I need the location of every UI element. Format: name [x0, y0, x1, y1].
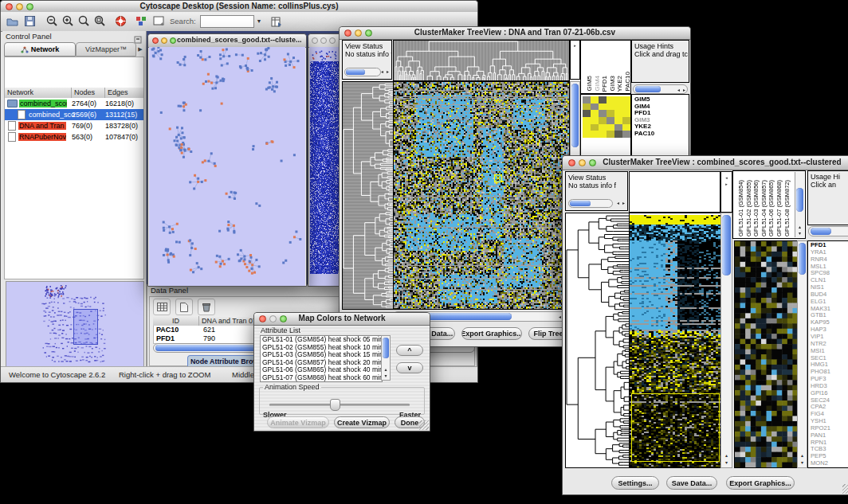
column-label[interactable]: GIM5	[586, 76, 593, 92]
treeview-dna-titlebar[interactable]: ClusterMaker TreeView : DNA and Tran 07-…	[340, 27, 690, 40]
network2-titlebar[interactable]	[308, 34, 342, 48]
save-icon[interactable]	[22, 14, 37, 29]
import-table-icon[interactable]	[269, 14, 285, 29]
network-overview-canvas[interactable]	[6, 281, 144, 367]
slider-thumb[interactable]	[330, 399, 340, 411]
zoom-window-icon[interactable]	[170, 37, 176, 44]
scrollbar-thumb[interactable]	[796, 188, 803, 212]
scrollbar-thumb[interactable]	[799, 243, 806, 275]
export-graphics-button[interactable]: Export Graphics...	[726, 476, 795, 490]
tab-network[interactable]: Network	[4, 42, 76, 57]
search-input[interactable]	[200, 15, 254, 28]
scroll-down-icon[interactable]: ▾	[798, 460, 807, 465]
scroll-down-icon[interactable]: ▾	[721, 460, 732, 465]
column-header-id[interactable]: ID	[153, 316, 199, 326]
scrollbar-thumb[interactable]	[571, 84, 579, 147]
close-icon[interactable]	[568, 159, 575, 166]
usage-hints-hscrollbar[interactable]	[808, 226, 848, 236]
network-list-row[interactable]: RNAPuberNov2+563(0)107847(0)	[5, 131, 143, 143]
row-dendrogram-canvas[interactable]	[565, 213, 630, 468]
view-status-hscrollbar[interactable]	[568, 199, 613, 208]
scroll-right-icon[interactable]: ▸	[622, 198, 625, 208]
attribute-list-vscrollbar[interactable]: ▴ ▾	[381, 335, 391, 381]
scroll-left-icon[interactable]: ◂	[617, 198, 619, 208]
column-label[interactable]: GPL51-03 (GSM856)	[752, 180, 760, 236]
column-header-nodes[interactable]: Nodes	[72, 88, 105, 98]
network1-titlebar[interactable]: combined_scores_good.txt--cluste...	[148, 34, 306, 48]
zoom-selected-icon[interactable]	[92, 14, 108, 29]
network-list-row[interactable]: DNA and Tran 07769(0)183728(0)	[5, 120, 143, 131]
tab-overflow-button[interactable]: ▶	[136, 44, 144, 55]
network-list-row[interactable]: combined_sco2569(6)13112(15)	[5, 109, 143, 120]
move-up-button[interactable]: ^	[396, 345, 423, 356]
row-dendrogram-canvas[interactable]	[342, 81, 394, 310]
scroll-left-icon[interactable]: ◂	[721, 175, 732, 180]
column-label[interactable]: YKE2	[616, 76, 623, 92]
tab-vizmapper[interactable]: VizMapper™	[76, 42, 136, 57]
zoom-fit-icon[interactable]	[76, 14, 92, 29]
scroll-right-icon[interactable]: ▸	[387, 67, 389, 76]
new-document-icon[interactable]	[175, 299, 193, 315]
scrollbar-thumb[interactable]	[635, 86, 661, 92]
minimize-icon[interactable]	[320, 37, 327, 44]
scroll-up-icon[interactable]: ▴	[795, 225, 804, 229]
column-header-network[interactable]: Network	[5, 88, 72, 98]
heatmap-canvas[interactable]	[393, 81, 570, 310]
column-label[interactable]: PFD1	[601, 76, 608, 92]
scrollbar-thumb[interactable]	[722, 215, 731, 275]
column-label[interactable]: GPL51-07 (GSM868)	[775, 180, 783, 236]
open-file-icon[interactable]	[4, 14, 20, 29]
main-titlebar[interactable]: Cytoscape Desktop (Session Name: collins…	[1, 1, 477, 13]
heatmap-canvas[interactable]	[629, 213, 722, 468]
network-view-canvas-2[interactable]	[309, 47, 341, 286]
minimize-icon[interactable]	[161, 37, 167, 44]
view-status-hscrollbar[interactable]	[344, 68, 381, 76]
network-list-row[interactable]: combined_scores2764(0)16218(0)	[5, 98, 143, 109]
zoom-heatmap-canvas[interactable]	[734, 240, 799, 468]
export-graphics-button[interactable]: Export Graphics...	[461, 327, 522, 340]
usage-hints-hscrollbar[interactable]: ◂ ▸	[633, 84, 688, 94]
zoom-vscrollbar[interactable]: ▴ ▾	[797, 240, 807, 468]
resize-grip[interactable]	[419, 420, 429, 430]
annotation-icon[interactable]	[151, 14, 167, 29]
attribute-list-item[interactable]: GPL51-07 (GSM868) heat shock 60 min	[261, 374, 382, 382]
column-dendrogram-canvas[interactable]	[393, 40, 570, 81]
zoom-out-icon[interactable]	[44, 14, 60, 29]
scroll-up-icon[interactable]: ▴	[798, 453, 807, 458]
scrollbar-thumb[interactable]	[383, 338, 389, 358]
scrollbar-thumb[interactable]	[811, 228, 831, 235]
move-down-button[interactable]: v	[396, 362, 423, 373]
help-lifering-icon[interactable]	[112, 14, 128, 29]
close-icon[interactable]	[312, 37, 318, 44]
close-icon[interactable]	[152, 37, 159, 44]
column-labels-vscrollbar[interactable]: ▴ ▾	[795, 172, 804, 237]
column-label[interactable]: PAC10	[624, 72, 631, 92]
scrollbar-thumb[interactable]	[570, 201, 591, 206]
settings-button[interactable]: Settings...	[611, 476, 659, 490]
scroll-right-icon[interactable]: ▸	[571, 43, 579, 48]
column-label[interactable]: GPL51-06 (GSM865)	[768, 180, 775, 236]
scroll-left-icon[interactable]: ◂	[381, 67, 383, 76]
zoom-in-icon[interactable]	[60, 14, 76, 29]
network-view-canvas[interactable]	[149, 47, 305, 286]
animate-vizmap-button[interactable]: Animate Vizmap	[267, 416, 329, 428]
gene-label[interactable]: MON2	[808, 460, 848, 467]
scrollbar-thumb[interactable]	[346, 69, 365, 75]
delete-trash-icon[interactable]	[198, 299, 215, 315]
column-label[interactable]: GIM4	[594, 76, 601, 92]
scroll-down-icon[interactable]: ▾	[382, 373, 390, 378]
table-grid-icon[interactable]	[153, 299, 171, 315]
column-label[interactable]: GPL51-02 (GSM855)	[745, 180, 752, 236]
scroll-right-icon[interactable]: ▸	[721, 182, 732, 186]
chevron-down-icon[interactable]: ▼	[254, 15, 264, 28]
column-label[interactable]: GPL51-04 (GSM857)	[760, 180, 768, 236]
save-data-button[interactable]: Save Data...	[666, 476, 717, 490]
treeview-combined-titlebar[interactable]: ClusterMaker TreeView : combined_scores_…	[563, 156, 848, 170]
column-label[interactable]: GPL51-01 (GSM854)	[737, 180, 744, 236]
minimize-icon[interactable]	[579, 159, 586, 166]
node-appearance-icon[interactable]	[133, 14, 149, 29]
column-label[interactable]: GPL51-08 (GSM872)	[783, 180, 791, 236]
scroll-left-icon[interactable]: ◂	[559, 312, 561, 322]
scroll-up-icon[interactable]: ▴	[721, 453, 732, 458]
heatmap-vscrollbar[interactable]: ▴ ▾	[720, 213, 732, 468]
